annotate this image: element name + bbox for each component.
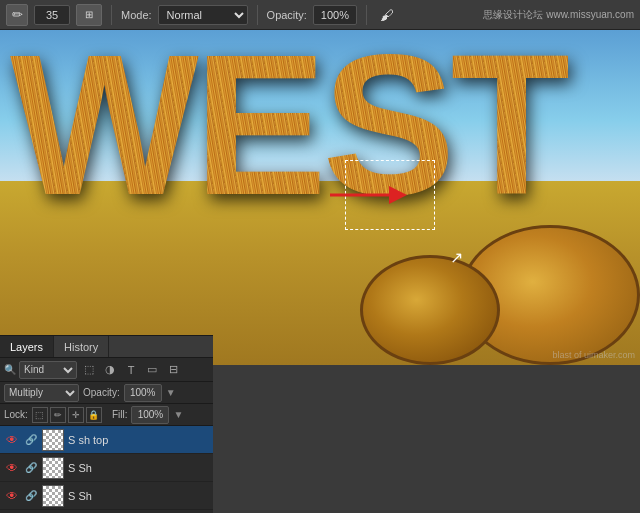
layer-row[interactable]: 👁 🔗 S sh top: [0, 426, 213, 454]
layer-row[interactable]: 👁 🔗 S Sh: [0, 454, 213, 482]
opacity-row-label: Opacity:: [83, 387, 120, 398]
fill-arrow-icon[interactable]: ▼: [173, 409, 183, 420]
layer-thumbnail: [42, 429, 64, 451]
pixel-filter-icon[interactable]: ⬚: [80, 361, 98, 379]
opacity-input[interactable]: [313, 5, 357, 25]
layers-list: 👁 🔗 S sh top 👁 🔗 S Sh 👁 🔗 S Sh 👁 🔗 T sh: [0, 426, 213, 513]
layer-thumbnail: [42, 485, 64, 507]
tab-history[interactable]: History: [54, 336, 109, 357]
cursor: ↗: [450, 248, 463, 267]
toolbar: ✏ ⊞ Mode: Normal Multiply Screen Opacity…: [0, 0, 640, 30]
lock-paint-icon[interactable]: ✏: [50, 407, 66, 423]
brush-size-input[interactable]: [34, 5, 70, 25]
layer-row[interactable]: 👁 🔗 S Sh: [0, 482, 213, 510]
layer-visibility-icon[interactable]: 👁: [4, 488, 20, 504]
hay-bales-group: [340, 215, 640, 365]
opacity-label: Opacity:: [267, 9, 307, 21]
layer-link-icon[interactable]: 🔗: [24, 433, 38, 447]
adjustment-filter-icon[interactable]: ◑: [101, 361, 119, 379]
divider-1: [111, 5, 112, 25]
airbrush-icon[interactable]: 🖌: [376, 4, 398, 26]
red-arrow: [330, 185, 410, 205]
canvas-area: WEST ↗ blast of uimaker.com: [0, 30, 640, 365]
panel-tabs: Layers History: [0, 336, 213, 358]
brush-options-icon[interactable]: ⊞: [76, 4, 102, 26]
smart-filter-icon[interactable]: ⊟: [164, 361, 182, 379]
lock-all-icon[interactable]: 🔒: [86, 407, 102, 423]
fill-label: Fill:: [112, 409, 128, 420]
layer-thumbnail: [42, 457, 64, 479]
search-icon: 🔍: [4, 364, 16, 375]
layer-name: S Sh: [68, 490, 209, 502]
hay-bale-left: [360, 255, 500, 365]
bottom-watermark: blast of uimaker.com: [552, 350, 635, 360]
blend-mode-select[interactable]: Multiply Normal Screen Overlay: [4, 384, 79, 402]
type-filter-icon[interactable]: T: [122, 361, 140, 379]
lock-icons: ⬚ ✏ ✛ 🔒: [32, 407, 102, 423]
panel-kind-row: 🔍 Kind ⬚ ◑ T ▭ ⊟: [0, 358, 213, 382]
lock-label: Lock:: [4, 409, 28, 420]
opacity-arrow-icon[interactable]: ▼: [166, 387, 176, 398]
lock-move-icon[interactable]: ✛: [68, 407, 84, 423]
brush-tool-icon[interactable]: ✏: [6, 4, 28, 26]
shape-filter-icon[interactable]: ▭: [143, 361, 161, 379]
opacity-row-input[interactable]: [124, 384, 162, 402]
layer-name: S sh top: [68, 434, 209, 446]
watermark-text: 思缘设计论坛 www.missyuan.com: [483, 8, 634, 22]
mode-label: Mode:: [121, 9, 152, 21]
layer-link-icon[interactable]: 🔗: [24, 461, 38, 475]
kind-select[interactable]: Kind: [19, 361, 77, 379]
panel-blend-row: Multiply Normal Screen Overlay Opacity: …: [0, 382, 213, 404]
brush-size-group: [34, 5, 70, 25]
mode-select[interactable]: Normal Multiply Screen: [158, 5, 248, 25]
divider-3: [366, 5, 367, 25]
divider-2: [257, 5, 258, 25]
panel-lock-row: Lock: ⬚ ✏ ✛ 🔒 Fill: ▼: [0, 404, 213, 426]
layer-visibility-icon[interactable]: 👁: [4, 432, 20, 448]
tab-layers[interactable]: Layers: [0, 336, 54, 357]
layers-panel: Layers History 🔍 Kind ⬚ ◑ T ▭ ⊟ Multiply…: [0, 335, 213, 513]
layer-name: S Sh: [68, 462, 209, 474]
fill-input[interactable]: [131, 406, 169, 424]
layer-visibility-icon[interactable]: 👁: [4, 460, 20, 476]
hay-letters: WEST: [10, 40, 568, 210]
lock-transparency-icon[interactable]: ⬚: [32, 407, 48, 423]
layer-link-icon[interactable]: 🔗: [24, 489, 38, 503]
